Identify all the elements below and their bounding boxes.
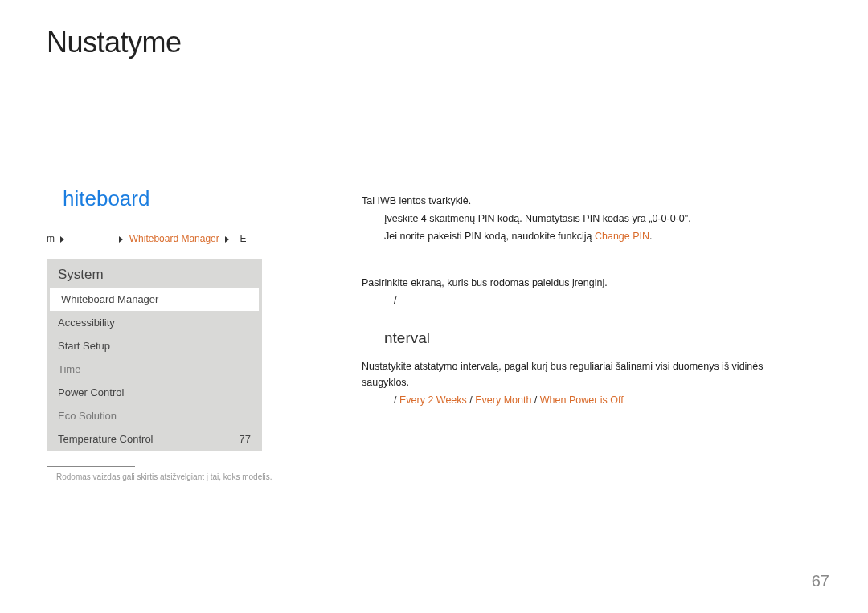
start-screen-desc: Pasirinkite ekraną, kuris bus rodomas pa… [362, 275, 812, 291]
menu-item-power-control[interactable]: Power Control [47, 381, 262, 404]
chevron-right-icon [225, 236, 229, 243]
desc-line-2b: Jei norite pakeisti PIN kodą, naudokite … [384, 228, 812, 244]
footnote-text: Rodomas vaizdas gali skirtis atsižvelgia… [56, 472, 272, 481]
menu-item-temperature-control[interactable]: Temperature Control77 [47, 427, 262, 451]
menu-item-value: 77 [240, 433, 251, 445]
section-heading-whiteboard: hiteboard [63, 186, 149, 211]
menu-item-whiteboard-manager[interactable]: Whiteboard Manager [50, 288, 259, 311]
menu-item-start-setup[interactable]: Start Setup [47, 334, 262, 358]
footnote-rule [47, 466, 135, 467]
menu-item-label: Start Setup [58, 340, 110, 352]
change-pin-label: Change PIN [595, 231, 649, 242]
menu-item-label: Accessibility [58, 317, 115, 329]
chevron-right-icon [119, 236, 123, 243]
menu-item-time[interactable]: Time [47, 358, 262, 381]
breadcrumb-spacer [71, 233, 113, 244]
menu-item-label: Whiteboard Manager [61, 293, 158, 305]
menu-item-label: Power Control [58, 386, 124, 398]
breadcrumb: m Whiteboard Manager E [47, 233, 246, 244]
breadcrumb-item: Whiteboard Manager [129, 233, 219, 244]
menu-item-eco-solution[interactable]: Eco Solution [47, 404, 262, 427]
chevron-right-icon [60, 236, 64, 243]
interval-options: / Every 2 Weeks / Every Month / When Pow… [394, 392, 812, 408]
menu-title: System [47, 259, 262, 288]
sub-heading-interval: nterval [384, 326, 812, 350]
menu-icon: m [47, 233, 55, 244]
start-screen-options: / [394, 292, 812, 309]
desc-line-2a: Įveskite 4 skaitmenų PIN kodą. Numatytas… [384, 210, 812, 227]
interval-desc: Nustatykite atstatymo intervalą, pagal k… [362, 358, 812, 390]
menu-item-label: Time [58, 363, 80, 375]
enter-icon: E [240, 233, 246, 244]
menu-item-label: Temperature Control [58, 433, 154, 445]
menu-item-label: Eco Solution [58, 410, 117, 422]
description-column: Tai IWB lentos tvarkyklė. Įveskite 4 ska… [362, 193, 812, 410]
desc-line-1: Tai IWB lentos tvarkyklė. [362, 193, 812, 209]
chapter-heading: Nustatyme [47, 26, 818, 63]
page-number: 67 [812, 572, 829, 591]
menu-item-accessibility[interactable]: Accessibility [47, 311, 262, 334]
system-menu-panel: System Whiteboard ManagerAccessibilitySt… [47, 259, 262, 451]
